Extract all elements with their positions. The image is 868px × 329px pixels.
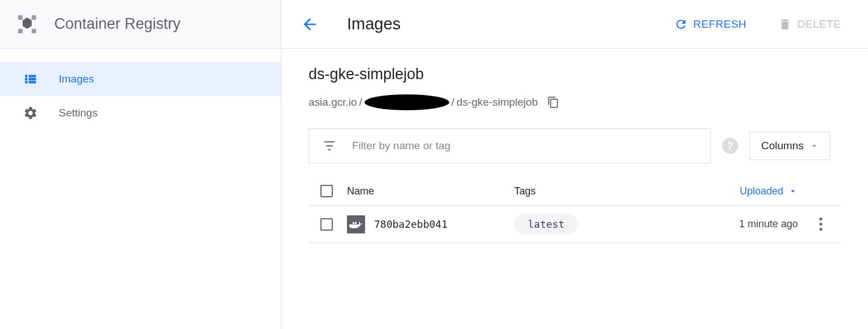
delete-button[interactable]: DELETE bbox=[769, 13, 850, 36]
sidebar: Container Registry Images Settings bbox=[0, 0, 281, 329]
help-icon[interactable]: ? bbox=[722, 138, 738, 154]
sidebar-nav: Images Settings bbox=[0, 49, 281, 130]
container-registry-icon bbox=[14, 11, 41, 38]
delete-label: DELETE bbox=[797, 18, 841, 31]
refresh-icon bbox=[674, 18, 688, 31]
product-title: Container Registry bbox=[54, 15, 181, 33]
tag-chip: latest bbox=[514, 214, 578, 235]
uploaded-time: 1 minute ago bbox=[739, 218, 798, 230]
copy-button[interactable] bbox=[547, 96, 559, 109]
breadcrumb-host: asia.gcr.io bbox=[309, 96, 357, 109]
back-button[interactable] bbox=[300, 14, 320, 34]
refresh-label: REFRESH bbox=[693, 18, 747, 31]
svg-rect-3 bbox=[353, 222, 354, 224]
docker-icon bbox=[347, 215, 365, 233]
trash-icon bbox=[778, 18, 792, 31]
filter-input-container bbox=[309, 128, 711, 163]
row-menu-button[interactable] bbox=[814, 218, 827, 231]
sort-desc-icon bbox=[788, 186, 798, 196]
refresh-button[interactable]: REFRESH bbox=[665, 13, 756, 36]
sidebar-item-label: Images bbox=[59, 73, 94, 85]
page-title: Images bbox=[347, 15, 401, 33]
sidebar-item-settings[interactable]: Settings bbox=[0, 96, 281, 130]
repo-title: ds-gke-simplejob bbox=[309, 66, 841, 83]
select-all-checkbox[interactable] bbox=[320, 185, 333, 197]
toolbar: Images REFRESH DELETE bbox=[281, 0, 868, 49]
row-checkbox[interactable] bbox=[320, 218, 333, 231]
breadcrumb-repo: ds-gke-simplejob bbox=[457, 96, 538, 109]
column-header-uploaded[interactable]: Uploaded bbox=[715, 185, 798, 197]
main-content: Images REFRESH DELETE ds-gke-simplejob a… bbox=[281, 0, 868, 329]
filter-input[interactable] bbox=[352, 140, 697, 152]
copy-icon bbox=[547, 96, 559, 109]
image-name: 780ba2ebb041 bbox=[374, 218, 448, 230]
images-table: Name Tags Uploaded bbox=[309, 177, 841, 243]
table-row[interactable]: 780ba2ebb041 latest 1 minute ago bbox=[309, 206, 841, 243]
columns-button[interactable]: Columns bbox=[749, 132, 830, 160]
column-header-tags[interactable]: Tags bbox=[514, 185, 706, 197]
gear-icon bbox=[23, 105, 38, 121]
breadcrumb-sep: / bbox=[359, 96, 362, 109]
sidebar-item-images[interactable]: Images bbox=[0, 62, 281, 96]
list-icon bbox=[23, 71, 38, 87]
breadcrumb-project-redacted bbox=[364, 94, 449, 110]
sidebar-item-label: Settings bbox=[59, 107, 98, 119]
dropdown-icon bbox=[810, 142, 818, 150]
sidebar-header: Container Registry bbox=[0, 0, 281, 49]
svg-rect-4 bbox=[355, 222, 357, 224]
breadcrumb-sep: / bbox=[452, 96, 454, 109]
filter-icon bbox=[323, 139, 336, 153]
column-header-name[interactable]: Name bbox=[347, 185, 505, 197]
columns-label: Columns bbox=[761, 140, 804, 152]
table-header-row: Name Tags Uploaded bbox=[309, 177, 841, 206]
breadcrumb: asia.gcr.io / / ds-gke-simplejob bbox=[309, 94, 841, 110]
